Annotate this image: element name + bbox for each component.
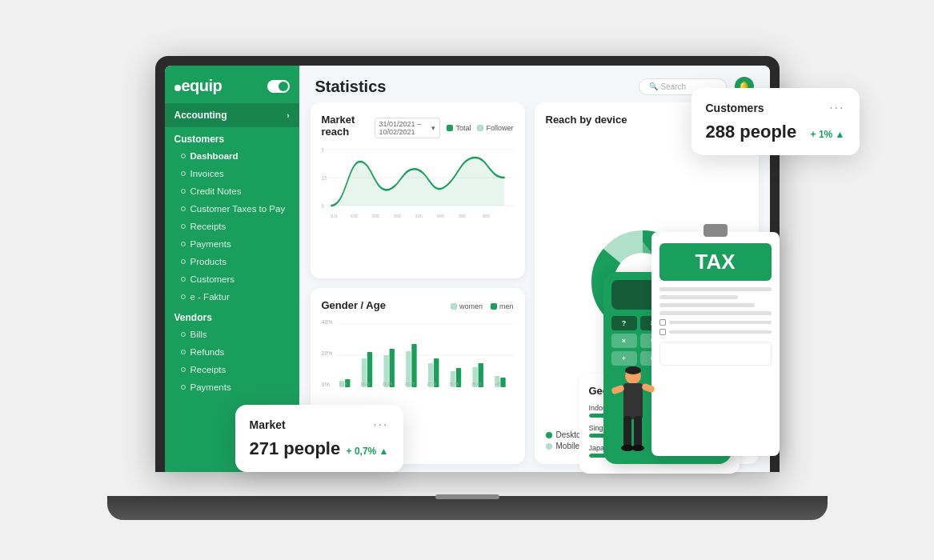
dot-icon bbox=[181, 367, 186, 372]
tax-small-line bbox=[669, 321, 772, 324]
dot-icon bbox=[181, 171, 186, 176]
calc-btn-mul[interactable]: × bbox=[611, 334, 637, 348]
svg-text:24-27: 24-27 bbox=[404, 381, 414, 386]
sidebar-item-vendor-receipts[interactable]: Receipts bbox=[165, 361, 299, 378]
sidebar-accounting-category[interactable]: Accounting › bbox=[165, 103, 299, 127]
svg-rect-52 bbox=[641, 383, 655, 394]
svg-text:< 18: < 18 bbox=[339, 381, 346, 386]
tax-line-4 bbox=[659, 311, 772, 315]
calc-btn-q[interactable]: ? bbox=[611, 316, 637, 330]
person-figure bbox=[611, 364, 655, 468]
sidebar-item-dashboard[interactable]: Dashboard bbox=[165, 147, 299, 165]
svg-rect-51 bbox=[611, 385, 625, 395]
svg-rect-35 bbox=[500, 378, 505, 387]
tax-clipboard: TAX bbox=[651, 232, 780, 456]
dot-icon bbox=[181, 259, 186, 264]
tax-line-3 bbox=[659, 303, 755, 307]
dot-icon bbox=[181, 242, 186, 246]
tax-checkbox bbox=[659, 319, 666, 326]
dot-icon bbox=[181, 189, 186, 194]
svg-text:06/02: 06/02 bbox=[483, 214, 490, 218]
dot-icon bbox=[181, 277, 186, 282]
svg-text:0: 0 bbox=[322, 203, 323, 209]
tax-small-line bbox=[669, 330, 772, 334]
customers-float-card: Customers ··· 288 people + 1% ▲ bbox=[691, 88, 860, 155]
sidebar-item-refunds[interactable]: Refunds bbox=[165, 343, 299, 361]
gender-age-title: Gender / Age bbox=[322, 299, 386, 311]
laptop-base bbox=[107, 496, 828, 520]
market-reach-chart: 3 1,5 0 31/01 01/02 02/02 bbox=[322, 146, 514, 218]
svg-text:31/01: 31/01 bbox=[415, 214, 423, 218]
svg-text:27-30: 27-30 bbox=[427, 381, 436, 386]
sidebar-item-payments[interactable]: Payments bbox=[165, 235, 299, 253]
tax-badge: TAX bbox=[659, 243, 772, 281]
sidebar-logo-area: equip bbox=[165, 66, 299, 103]
float-customers-change: + 1% ▲ bbox=[811, 129, 845, 140]
sidebar-item-invoices[interactable]: Invoices bbox=[165, 165, 299, 182]
legend-dot-total bbox=[447, 125, 453, 131]
date-range[interactable]: 31/01/2021 – 10/02/2021 ▾ bbox=[375, 118, 441, 138]
logo-dot bbox=[174, 85, 181, 91]
more-options-icon[interactable]: ··· bbox=[829, 101, 844, 115]
svg-text:35-40: 35-40 bbox=[471, 381, 480, 386]
svg-point-45 bbox=[625, 366, 641, 374]
dot-icon bbox=[181, 154, 186, 158]
svg-text:30-35: 30-35 bbox=[449, 381, 459, 386]
legend-dot-follower bbox=[477, 125, 483, 131]
sidebar-item-credit-notes[interactable]: Credit Notes bbox=[165, 182, 299, 200]
sidebar-item-products[interactable]: Products bbox=[165, 253, 299, 270]
float-market-title: Market bbox=[250, 418, 286, 431]
dot-icon bbox=[181, 350, 186, 354]
float-market-row: 271 people + 0,7% ▲ bbox=[250, 438, 389, 459]
tax-checkbox-row-2 bbox=[659, 329, 772, 335]
dot-icon bbox=[181, 206, 186, 211]
legend-men: men bbox=[491, 302, 514, 310]
market-reach-title: Market reach bbox=[322, 114, 375, 138]
float-market-header: Market ··· bbox=[250, 418, 389, 432]
svg-text:21-24: 21-24 bbox=[382, 381, 391, 386]
up-arrow-icon: ▲ bbox=[836, 129, 845, 140]
desktop-dot bbox=[546, 432, 552, 438]
dot-icon bbox=[181, 385, 186, 390]
dot-icon bbox=[181, 294, 186, 299]
chevron-down-icon: ▾ bbox=[431, 124, 435, 132]
svg-text:05/02: 05/02 bbox=[459, 214, 466, 218]
svg-text:18-21: 18-21 bbox=[360, 381, 370, 386]
svg-text:02/02: 02/02 bbox=[372, 214, 379, 218]
sidebar-vendors-group: Vendors bbox=[165, 306, 299, 326]
svg-text:3: 3 bbox=[322, 147, 323, 153]
sidebar-item-customer-taxes[interactable]: Customer Taxes to Pay bbox=[165, 200, 299, 218]
dot-icon bbox=[181, 332, 186, 337]
float-card-header: Customers ··· bbox=[706, 101, 845, 115]
chart-legend: Total Follower bbox=[447, 124, 513, 132]
sidebar-item-efaktur[interactable]: e - Faktur bbox=[165, 288, 299, 306]
svg-text:1,5: 1,5 bbox=[322, 175, 327, 181]
market-float-card: Market ··· 271 people + 0,7% ▲ bbox=[235, 405, 403, 472]
svg-rect-48 bbox=[634, 416, 642, 448]
page-title: Statistics bbox=[315, 78, 387, 96]
more-options-icon[interactable]: ··· bbox=[373, 418, 388, 432]
sidebar-item-receipts[interactable]: Receipts bbox=[165, 218, 299, 235]
gender-legend: women men bbox=[451, 302, 514, 310]
market-reach-card: Market reach 31/01/2021 – 10/02/2021 ▾ bbox=[311, 102, 525, 278]
svg-text:31/01: 31/01 bbox=[330, 214, 337, 218]
float-market-change: + 0,7% ▲ bbox=[347, 446, 389, 457]
tax-signature-area bbox=[659, 342, 772, 366]
sidebar-item-customers[interactable]: Customers bbox=[165, 270, 299, 288]
chevron-right-icon: › bbox=[287, 111, 289, 120]
sidebar-item-vendor-payments[interactable]: Payments bbox=[165, 378, 299, 396]
svg-text:03/02: 03/02 bbox=[394, 214, 401, 218]
market-reach-header: Market reach 31/01/2021 – 10/02/2021 ▾ bbox=[322, 114, 514, 142]
legend-total: Total bbox=[447, 124, 471, 132]
float-customers-value: 288 people bbox=[706, 122, 797, 142]
dot-icon bbox=[181, 224, 186, 229]
tax-line-1 bbox=[659, 287, 772, 291]
legend-follower: Follower bbox=[477, 124, 513, 132]
svg-rect-46 bbox=[623, 383, 643, 419]
laptop-notch bbox=[435, 494, 499, 499]
toggle-switch[interactable] bbox=[267, 80, 290, 93]
tax-checkbox bbox=[659, 329, 666, 335]
float-customers-title: Customers bbox=[706, 102, 764, 114]
up-arrow-icon: ▲ bbox=[379, 446, 389, 457]
sidebar-item-bills[interactable]: Bills bbox=[165, 326, 299, 343]
